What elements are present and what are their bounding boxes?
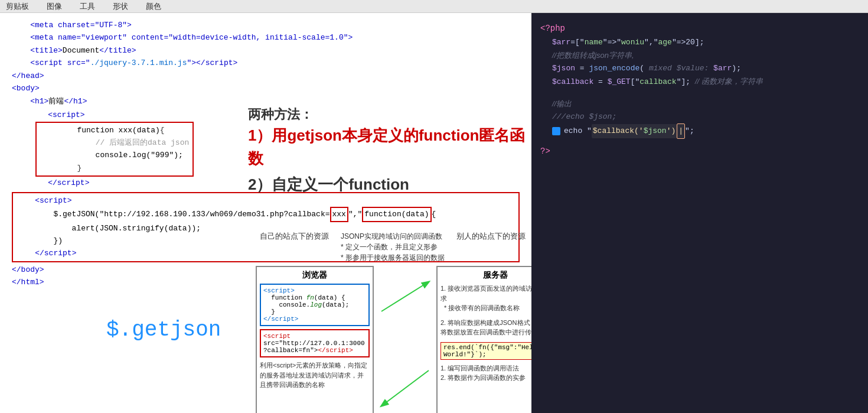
function-box: function xxx(data){ // 后端返回的data json co… <box>35 122 194 177</box>
code-fn-line1: function xxx(data){ <box>40 124 189 136</box>
arrows-svg <box>376 264 435 413</box>
getjson-label: $.getjson <box>106 318 221 342</box>
annotation-block: 两种方法： 1）用getjson本身定义的function匿名函数 2）自定义一… <box>248 105 531 196</box>
browser-box: 浏览器 <script> function fn(data) { console… <box>256 266 374 413</box>
toolbar-tools[interactable]: 工具 <box>80 1 95 12</box>
code-script-open: <script> <box>30 109 194 121</box>
code-line-2: <meta name="viewport" content="width=dev… <box>12 31 520 44</box>
other-site-label: 别人的站点下的资源 <box>456 231 526 263</box>
toolbar: 剪贴板 图像 工具 形状 颜色 <box>0 0 868 13</box>
arrow-area <box>376 264 435 413</box>
browser-desc: 利用<script>元素的开放策略，向指定的服务器地址发送跨域访问请求，并且携带… <box>260 360 370 390</box>
code-line-3: <title>Document</title> <box>12 44 520 57</box>
server-note2: 2. 将响应数据构建成JSON格式，并且 将数据放置在回调函数中进行传递 <box>440 318 531 337</box>
annotation-title: 两种方法： <box>248 105 531 124</box>
diagram-labels: 自己的站点下的资源 JSONP实现跨域访问的回调函数 * 定义一个函数，并且定义… <box>254 230 531 264</box>
browser-script-box: <script src="http://127.0.0.1:3000 ?call… <box>260 329 370 357</box>
xxx-highlight: xxx <box>330 207 348 222</box>
server-note1: 1. 接收浏览器页面发送的跨域访问请求 * 接收带有的回调函数名称 <box>440 284 531 313</box>
own-site-label: 自己的站点下的资源 <box>260 231 329 263</box>
php-comment3: ///echo $json; <box>552 110 859 123</box>
php-spacer1 <box>540 89 859 97</box>
right-panel: <?php $arr=["name"=>"woniu","age"=>20]; … <box>531 13 868 413</box>
server-note3: 1. 编写回调函数的调用语法 2. 将数据作为回调函数的实参 <box>440 363 531 383</box>
toolbar-clipboard[interactable]: 剪贴板 <box>6 1 29 12</box>
code-block-head: <meta charset="UTF-8"> <meta name="viewp… <box>12 19 520 108</box>
main-area: <meta charset="UTF-8"> <meta name="viewp… <box>0 13 868 413</box>
php-open-tag: <?php <box>540 22 859 36</box>
php-comment1: //把数组转成json字符串, <box>552 49 859 62</box>
browser-label: 浏览器 <box>260 270 370 281</box>
browser-code-box: <script> function fn(data) { console.log… <box>260 284 370 326</box>
code-line-4: <script src="./jquery-3.7.1.min.js"></sc… <box>12 57 520 69</box>
code-line-1: <meta charset="UTF-8"> <box>12 19 520 31</box>
php-spacer2 <box>540 139 859 145</box>
diagram-area: 自己的站点下的资源 JSONP实现跨域访问的回调函数 * 定义一个函数，并且定义… <box>254 230 531 413</box>
bullet-icon <box>552 127 560 135</box>
server-label: 服务器 <box>440 270 531 281</box>
server-box: 服务器 1. 接收浏览器页面发送的跨域访问请求 * 接收带有的回调函数名称 2.… <box>436 266 531 413</box>
svg-line-0 <box>381 282 429 311</box>
toolbar-image[interactable]: 图像 <box>47 1 62 12</box>
code-line-6: <body> <box>12 82 520 95</box>
php-arr-line: $arr=["name"=>"woniu","age"=>20]; <box>552 36 859 49</box>
php-callback: $callback = $_GET["callback"]; // 函数对象，字… <box>552 75 859 89</box>
php-comment2: //输出 <box>552 97 859 110</box>
annotation-method1: 1）用getjson本身定义的function匿名函数 <box>248 124 531 170</box>
php-close-tag: ?> <box>540 145 859 159</box>
svg-line-1 <box>381 370 429 406</box>
toolbar-shapes[interactable]: 形状 <box>113 1 128 12</box>
diagram-panels: 浏览器 <script> function fn(data) { console… <box>254 264 531 413</box>
code-script-close1: </script> <box>30 177 194 189</box>
toolbar-colors[interactable]: 颜色 <box>146 1 161 12</box>
code-fn-line3: console.log("999"); <box>40 149 189 161</box>
code-fn-line2: // 后端返回的data json <box>40 136 189 149</box>
annotation-method2: 2）自定义一个function <box>248 173 531 196</box>
jsonp-notes: JSONP实现跨域访问的回调函数 * 定义一个函数，并且定义形参 * 形参用于接… <box>341 231 445 263</box>
script-block-1: <script> function xxx(data){ // 后端返回的dat… <box>30 109 194 190</box>
code-fn-line4: } <box>40 162 189 174</box>
code-getjson-line: $.getJSON("http://192.168.190.133/wh069/… <box>17 207 515 222</box>
function-data-highlight: function(data) <box>362 207 431 222</box>
php-json-encode: $json = json_encode( mixed $value: $arr)… <box>552 62 859 75</box>
code-line-5: </head> <box>12 70 520 82</box>
php-echo-line: echo "$callback('$json')|"; <box>552 123 859 139</box>
res-end-box: res.end(`fn({"msg":"Hello World!"}`); <box>440 342 531 360</box>
left-panel: <meta charset="UTF-8"> <meta name="viewp… <box>0 13 531 413</box>
